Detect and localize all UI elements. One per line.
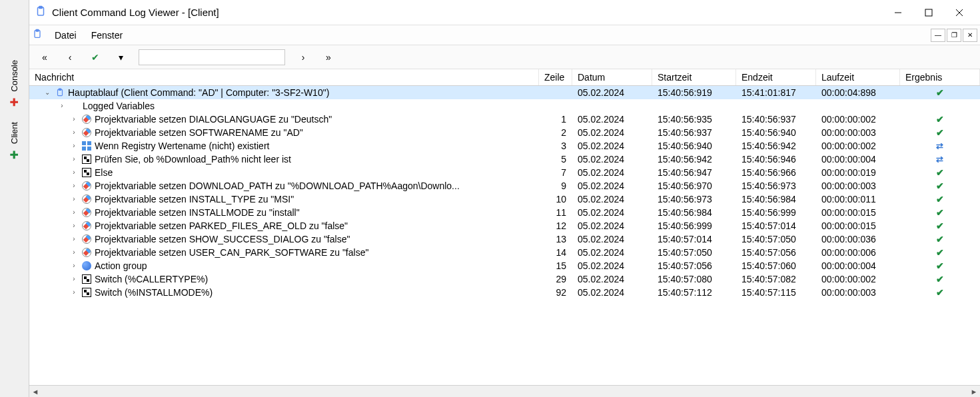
row-start: 15:40:57:050 [652, 246, 736, 259]
table-row[interactable]: ›Wenn Registry Wertename (nicht) existie… [29, 139, 980, 153]
chevron-right-icon[interactable]: › [69, 208, 79, 217]
col-header-date[interactable]: Datum [572, 69, 652, 86]
chevron-right-icon[interactable]: › [69, 155, 79, 164]
chevron-right-icon[interactable]: › [69, 261, 79, 270]
table-row[interactable]: ›Prüfen Sie, ob %Download_Path% nicht le… [29, 153, 980, 166]
svg-rect-3 [925, 9, 932, 16]
horizontal-scrollbar[interactable]: ◄ ► [29, 385, 980, 397]
chevron-right-icon[interactable]: › [69, 288, 79, 297]
table-row[interactable]: ›Else705.02.202415:40:56:94715:40:56:966… [29, 166, 980, 179]
table-row[interactable]: ›Projektvariable setzen DOWNLOAD_PATH zu… [29, 179, 980, 193]
chevron-right-icon[interactable]: › [69, 141, 79, 151]
clipboard-icon [55, 87, 65, 98]
nav-prev-button[interactable]: ‹ [60, 49, 80, 66]
maximize-button[interactable] [913, 3, 944, 23]
search-input[interactable] [139, 49, 285, 65]
row-line: 7 [539, 166, 572, 179]
table-row[interactable]: ›Switch (%CALLERTYPE%)2905.02.202415:40:… [29, 272, 980, 286]
table-row[interactable]: ›Projektvariable setzen PARKED_FILES_ARE… [29, 219, 980, 232]
row-run: 00:00:00:003 [816, 179, 900, 193]
row-end: 15:40:56:999 [736, 206, 816, 219]
branch-icon [81, 154, 92, 165]
chevron-right-icon[interactable]: › [69, 181, 79, 191]
row-date: 05.02.2024 [572, 193, 652, 206]
toolbar: « ‹ ✔ ▾ › » [29, 45, 980, 69]
row-end: 15:40:56:973 [736, 179, 816, 193]
branch-icon [81, 274, 92, 284]
chevron-right-icon[interactable]: › [69, 234, 79, 244]
row-end: 15:40:57:014 [736, 219, 816, 232]
mdi-close-button[interactable]: ✕ [963, 29, 977, 42]
row-date: 05.02.2024 [572, 286, 652, 299]
table-row[interactable]: ›Projektvariable setzen SHOW_SUCCESS_DIA… [29, 232, 980, 246]
row-start: 15:40:56:940 [652, 139, 736, 153]
row-result: ✔ [900, 193, 980, 206]
nav-first-button[interactable]: « [35, 49, 55, 66]
nav-next-button[interactable]: › [293, 49, 313, 66]
table-row[interactable]: ›Action group1505.02.202415:40:57:05615:… [29, 259, 980, 272]
row-message: Projektvariable setzen INSTALL_TYPE zu "… [95, 194, 294, 204]
row-line [539, 86, 572, 99]
close-button[interactable] [944, 3, 975, 23]
row-start: 15:40:56:935 [652, 113, 736, 126]
scroll-right-button[interactable]: ► [968, 386, 980, 397]
mdi-restore-button[interactable]: ❐ [947, 29, 961, 42]
row-message: Action group [95, 260, 147, 271]
filter-success-button[interactable]: ✔ [85, 49, 105, 66]
chevron-right-icon[interactable]: › [69, 195, 79, 204]
filter-dropdown-button[interactable]: ▾ [111, 49, 131, 66]
table-row[interactable]: ›Projektvariable setzen SOFTWARENAME zu … [29, 126, 980, 139]
row-date: 05.02.2024 [572, 206, 652, 219]
table-row[interactable]: ⌄Hauptablauf (Client Command: "AD" | Com… [29, 86, 980, 99]
row-run: 00:00:00:003 [816, 126, 900, 139]
row-start: 15:40:57:014 [652, 232, 736, 246]
chevron-right-icon[interactable]: › [69, 168, 79, 177]
sidebar-tab-client[interactable]: ✚ Client [5, 115, 23, 167]
row-run: 00:00:00:002 [816, 272, 900, 286]
col-header-message[interactable]: Nachricht [29, 69, 539, 86]
col-header-end[interactable]: Endzeit [736, 69, 816, 86]
table-row[interactable]: ›Projektvariable setzen INSTALLMODE zu "… [29, 206, 980, 219]
table-row[interactable]: ›Projektvariable setzen USER_CAN_PARK_SO… [29, 246, 980, 259]
row-date: 05.02.2024 [572, 232, 652, 246]
row-line: 92 [539, 286, 572, 299]
table-row[interactable]: ›Switch (%INSTALLMODE%)9205.02.202415:40… [29, 286, 980, 299]
row-line: 5 [539, 153, 572, 166]
row-line: 12 [539, 219, 572, 232]
col-header-result[interactable]: Ergebnis [900, 69, 980, 86]
log-grid[interactable]: Nachricht Zeile Datum Startzeit Endzeit … [29, 69, 980, 385]
table-row[interactable]: ›Projektvariable setzen DIALOGLANGUAGE z… [29, 113, 980, 126]
minimize-button[interactable] [883, 3, 913, 23]
chevron-right-icon[interactable]: › [69, 248, 79, 257]
title-bar: Client Command Log Viewer - [Client] [29, 0, 980, 25]
check-icon: ✔ [936, 274, 944, 284]
col-header-runtime[interactable]: Laufzeit [816, 69, 900, 86]
nav-last-button[interactable]: » [318, 49, 338, 66]
chevron-right-icon[interactable]: › [69, 221, 79, 230]
col-header-line[interactable]: Zeile [539, 69, 572, 86]
row-line: 14 [539, 246, 572, 259]
menu-window[interactable]: Fenster [85, 27, 129, 43]
row-date: 05.02.2024 [572, 166, 652, 179]
col-header-start[interactable]: Startzeit [652, 69, 736, 86]
check-icon: ✔ [936, 287, 944, 298]
mdi-minimize-button[interactable]: — [931, 29, 945, 42]
variable-icon [81, 247, 92, 258]
table-row[interactable]: ›Projektvariable setzen INSTALL_TYPE zu … [29, 193, 980, 206]
row-message: Projektvariable setzen USER_CAN_PARK_SOF… [95, 247, 368, 258]
row-start: 15:40:56:937 [652, 126, 736, 139]
chevron-right-icon[interactable]: › [69, 274, 79, 284]
row-date: 05.02.2024 [572, 86, 652, 99]
sidebar-tab-console[interactable]: ✚ Console [5, 53, 23, 115]
chevron-right-icon[interactable]: › [57, 101, 67, 111]
table-row[interactable]: ›Logged Variables [29, 99, 980, 113]
row-result: ✔ [900, 113, 980, 126]
chevron-down-icon[interactable]: ⌄ [43, 88, 52, 97]
scroll-left-button[interactable]: ◄ [29, 386, 41, 397]
row-message: Wenn Registry Wertename (nicht) existier… [95, 141, 269, 151]
variable-icon [81, 114, 92, 125]
chevron-right-icon[interactable]: › [69, 128, 79, 137]
row-result: ✔ [900, 179, 980, 193]
chevron-right-icon[interactable]: › [69, 115, 79, 124]
menu-file[interactable]: Datei [48, 27, 83, 43]
